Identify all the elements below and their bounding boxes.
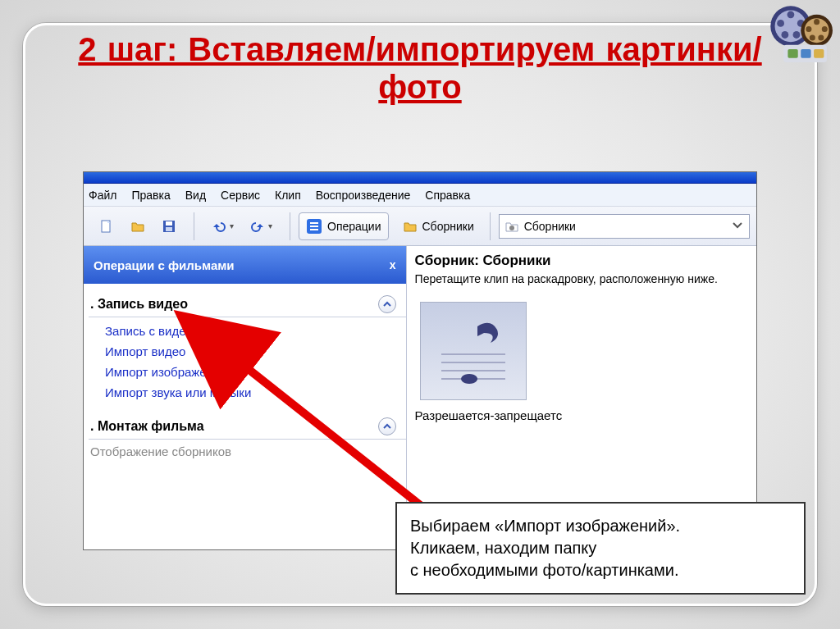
clip-caption: Разрешается-запрещаетс (407, 408, 756, 422)
collections-button[interactable]: Сборники (395, 212, 482, 240)
tasks-pane-title: Операции с фильмами (94, 258, 235, 272)
link-import-images[interactable]: Импорт изображений (105, 365, 406, 379)
task-section-edit[interactable]: . Монтаж фильма (89, 414, 406, 440)
instruction-callout: Выбираем «Импорт изображений». Кликаем, … (395, 502, 806, 595)
svg-point-9 (814, 19, 819, 25)
menu-edit[interactable]: Правка (131, 189, 170, 202)
clip-thumbnail[interactable] (420, 302, 527, 400)
svg-point-5 (781, 31, 788, 39)
svg-point-3 (777, 20, 784, 27)
collection-hint: Перетащите клип на раскадровку, располож… (415, 272, 748, 285)
collapse-icon[interactable] (378, 295, 396, 313)
new-button[interactable] (94, 214, 120, 239)
folder-movie-icon (504, 219, 519, 234)
link-show-collections[interactable]: Отображение сборников (89, 440, 406, 462)
open-button[interactable] (125, 214, 151, 239)
link-import-video[interactable]: Импорт видео (105, 344, 406, 358)
tasks-pane-close[interactable]: x (390, 258, 396, 271)
callout-line-2: Кликаем, находим папку (410, 537, 791, 559)
slide-title: 2 шаг: Вставляем/импортируем картинки/фо… (25, 25, 815, 114)
undo-button[interactable]: ▾ (206, 214, 240, 239)
moviemaker-logo-icon (766, 2, 838, 74)
music-note-icon (436, 310, 510, 392)
svg-point-27 (509, 226, 514, 230)
redo-button[interactable]: ▾ (244, 214, 278, 239)
link-import-audio[interactable]: Импорт звука или музыки (105, 385, 406, 399)
collections-label: Сборники (422, 220, 474, 233)
tasks-pane: Операции с фильмами x . Запись видео Зап… (84, 246, 407, 549)
operations-label: Операции (327, 220, 381, 233)
chevron-down-icon (731, 218, 744, 234)
svg-rect-15 (788, 49, 797, 58)
save-icon (162, 219, 176, 234)
folder-open-icon (130, 219, 145, 234)
svg-rect-22 (166, 227, 172, 231)
collapse-icon[interactable] (378, 417, 396, 435)
svg-point-2 (788, 11, 795, 18)
toolbar: ▾ ▾ Операции Сборники Сборники (84, 207, 756, 246)
menu-help[interactable]: Справка (425, 189, 470, 202)
svg-rect-17 (814, 49, 824, 58)
svg-point-13 (818, 34, 824, 40)
callout-line-3: с необходимыми фото/картинками. (410, 559, 791, 581)
svg-point-10 (806, 26, 811, 32)
svg-point-12 (810, 34, 815, 40)
svg-rect-16 (801, 49, 810, 58)
tasks-pane-header: Операции с фильмами x (84, 246, 406, 284)
svg-point-11 (822, 26, 828, 32)
menu-service[interactable]: Сервис (221, 189, 260, 202)
link-capture-device[interactable]: Запись с видеоустройства (105, 324, 406, 338)
screenshot-window: Файл Правка Вид Сервис Клип Воспроизведе… (83, 171, 757, 550)
save-button[interactable] (156, 214, 182, 239)
collections-combo[interactable]: Сборники (499, 214, 750, 239)
menu-view[interactable]: Вид (185, 189, 206, 202)
svg-point-6 (793, 31, 801, 39)
menu-playback[interactable]: Воспроизведение (316, 189, 411, 202)
menu-bar: Файл Правка Вид Сервис Клип Воспроизведе… (84, 184, 756, 207)
menu-file[interactable]: Файл (89, 189, 116, 202)
window-titlebar (84, 172, 756, 184)
redo-icon (250, 219, 265, 234)
svg-rect-21 (166, 221, 172, 226)
operations-button[interactable]: Операции (299, 212, 389, 240)
menu-clip[interactable]: Клип (275, 189, 301, 202)
collections-combo-value: Сборники (524, 220, 576, 233)
callout-line-1: Выбираем «Импорт изображений». (410, 515, 791, 537)
folder-icon (403, 219, 418, 234)
collection-title: Сборник: Сборники (415, 253, 748, 269)
task-section-capture[interactable]: . Запись видео (89, 292, 406, 317)
undo-icon (212, 219, 226, 234)
new-file-icon (99, 219, 114, 234)
list-icon (306, 218, 322, 235)
